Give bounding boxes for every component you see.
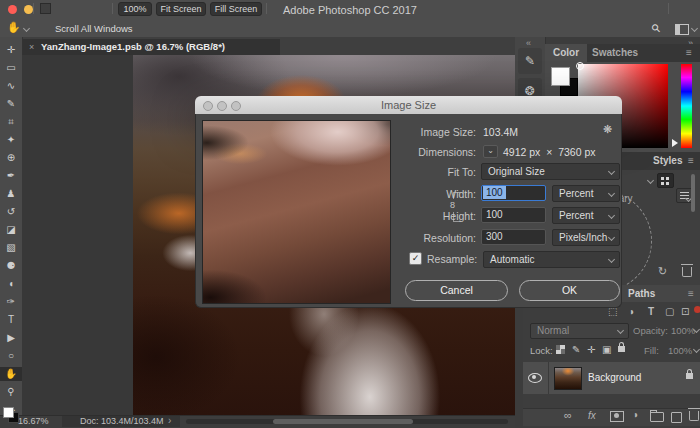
tool-history-brush[interactable]: ↺ <box>0 205 22 219</box>
width-unit-select[interactable]: Percent <box>552 185 620 202</box>
hand-tool-icon[interactable]: ✋ <box>7 21 21 34</box>
dimensions-value: 4912 px × 7360 px <box>503 146 596 158</box>
dimensions-caret-button[interactable]: ⌄ <box>483 145 498 158</box>
tool-eyedropper[interactable]: ✦ <box>0 133 22 147</box>
panel-foreground-color-swatch[interactable] <box>551 67 570 86</box>
scroll-all-windows-label: Scroll All Windows <box>55 20 133 37</box>
tool-gradient[interactable]: ▧ <box>0 241 22 255</box>
lock-all-icon[interactable] <box>618 342 625 354</box>
tool-move[interactable]: ✛ <box>0 43 22 57</box>
hue-slider[interactable] <box>681 64 692 148</box>
sync-icon[interactable]: ↻ <box>658 265 667 278</box>
layer-visibility-eye-icon[interactable] <box>528 373 542 385</box>
height-label: Height: <box>396 210 476 222</box>
resolution-unit-select[interactable]: Pixels/Inch <box>552 229 620 246</box>
tool-hand[interactable]: ✋ <box>0 367 22 381</box>
height-unit-select[interactable]: Percent <box>552 207 620 224</box>
image-preview[interactable] <box>202 120 391 304</box>
tool-blur[interactable]: ⚈ <box>0 259 22 273</box>
lock-image-pixels-icon[interactable]: ✎ <box>572 344 580 355</box>
tab-styles[interactable]: Styles <box>653 152 682 170</box>
tool-zoom[interactable]: ⚲ <box>0 385 22 399</box>
divider <box>266 3 267 14</box>
link-layers-icon[interactable]: ∞ <box>564 409 572 421</box>
tab-swatches[interactable]: Swatches <box>592 44 638 62</box>
styles-panel-menu-icon[interactable]: ≡ <box>688 152 694 170</box>
fit-screen-button[interactable]: Fit Screen <box>156 2 206 16</box>
lock-position-icon[interactable]: ✛ <box>587 344 595 355</box>
delete-layer-icon[interactable] <box>689 408 699 423</box>
close-tab-icon[interactable]: × <box>29 39 34 55</box>
app-title: Adobe Photoshop CC 2017 <box>0 0 700 20</box>
panel-scrollbar-thumb[interactable] <box>691 174 695 212</box>
delete-style-icon[interactable] <box>682 264 692 279</box>
divider <box>548 362 549 394</box>
layer-filter-toggle[interactable] <box>694 306 700 313</box>
scroll-all-windows-checkbox[interactable] <box>40 3 51 14</box>
width-input[interactable]: 100 <box>481 185 546 201</box>
opacity-value[interactable]: 100% <box>671 325 695 336</box>
resample-checkbox[interactable]: ✓ <box>409 252 422 265</box>
new-group-icon[interactable] <box>650 408 664 424</box>
paths-panel-menu-icon[interactable]: ≡ <box>688 285 694 302</box>
tool-rectangular-marquee[interactable]: ▭ <box>0 61 22 75</box>
tab-color[interactable]: Color <box>545 44 587 62</box>
new-layer-icon[interactable] <box>671 409 682 425</box>
gear-icon[interactable]: ❋ <box>603 123 612 136</box>
layer-filter-adjustment-icon[interactable]: ◑ <box>628 306 634 317</box>
tool-dodge[interactable]: ◖ <box>0 277 22 291</box>
horizontal-scrollbar-thumb[interactable] <box>273 419 413 424</box>
color-picker-ring[interactable] <box>576 62 584 70</box>
layer-effects-icon[interactable]: fx <box>588 410 596 421</box>
layer-filter-shape-icon[interactable]: ▢ <box>665 306 674 317</box>
fill-value[interactable]: 100% <box>668 345 692 356</box>
resample-select[interactable]: Automatic <box>483 251 620 268</box>
ok-button[interactable]: OK <box>519 280 620 301</box>
tool-spot-healing-brush[interactable]: ⊕ <box>0 151 22 165</box>
tool-brush[interactable]: ✒ <box>0 169 22 183</box>
divider <box>668 3 669 14</box>
collapsed-panel-icon-1[interactable]: ✎ <box>518 48 542 74</box>
layer-name[interactable]: Background <box>588 362 641 394</box>
tab-paths[interactable]: Paths <box>628 285 655 302</box>
add-layer-mask-icon[interactable] <box>610 408 624 424</box>
document-tab-title: YanZhang-Image1.psb @ 16.7% (RGB/8*) <box>41 39 225 55</box>
tool-lasso[interactable]: ∿ <box>0 79 22 93</box>
hue-slider-arrow[interactable] <box>672 139 678 147</box>
grid-view-button[interactable] <box>657 173 674 188</box>
dialog-title: Image Size <box>195 96 622 114</box>
fill-screen-button[interactable]: Fill Screen <box>210 2 262 16</box>
opacity-label: Opacity: <box>633 325 668 336</box>
tool-pen[interactable]: ✑ <box>0 295 22 309</box>
blend-mode-select[interactable]: Normal <box>530 323 629 339</box>
new-adjustment-layer-icon[interactable]: ◑ <box>632 409 638 420</box>
divider <box>33 3 34 14</box>
doc-size-info: Doc: 103.4M/103.4M <box>80 416 164 426</box>
cancel-button[interactable]: Cancel <box>405 280 508 301</box>
layer-filter-smart-icon[interactable]: ⊡ <box>681 306 689 317</box>
height-input[interactable]: 100 <box>481 207 546 223</box>
foreground-color-swatch[interactable] <box>3 407 14 418</box>
zoom-100-button[interactable]: 100% <box>118 2 152 16</box>
workspace-switcher-icon[interactable] <box>675 24 689 35</box>
tool-path-selection[interactable]: ▶ <box>0 331 22 345</box>
link-dimensions-icon[interactable]: 8 <box>447 199 458 212</box>
lock-artboard-icon[interactable]: ▣ <box>602 344 611 355</box>
tool-type[interactable]: T <box>0 313 22 327</box>
zoom-level-field[interactable]: 16.67% <box>18 416 49 426</box>
resolution-input[interactable]: 300 <box>481 229 546 245</box>
collapse-strip-icon[interactable]: « <box>526 38 531 48</box>
tool-ellipse-shape[interactable]: ○ <box>0 349 22 363</box>
status-chevron-icon[interactable]: › <box>168 415 171 426</box>
tool-clone-stamp[interactable]: ♟ <box>0 187 22 201</box>
tool-crop[interactable]: ⌗ <box>0 115 22 129</box>
tool-eraser[interactable]: ◪ <box>0 223 22 237</box>
tool-quick-selection[interactable]: ✎ <box>0 97 22 111</box>
dimensions-label: Dimensions: <box>396 146 476 158</box>
fit-to-select[interactable]: Original Size <box>481 163 620 180</box>
layer-thumbnail[interactable] <box>554 367 582 390</box>
fit-to-label: Fit To: <box>396 166 476 178</box>
color-panel-menu-icon[interactable]: ≡ <box>686 44 692 62</box>
lock-transparent-pixels-icon[interactable] <box>556 345 565 356</box>
layer-filter-type-icon[interactable]: T <box>648 306 654 317</box>
